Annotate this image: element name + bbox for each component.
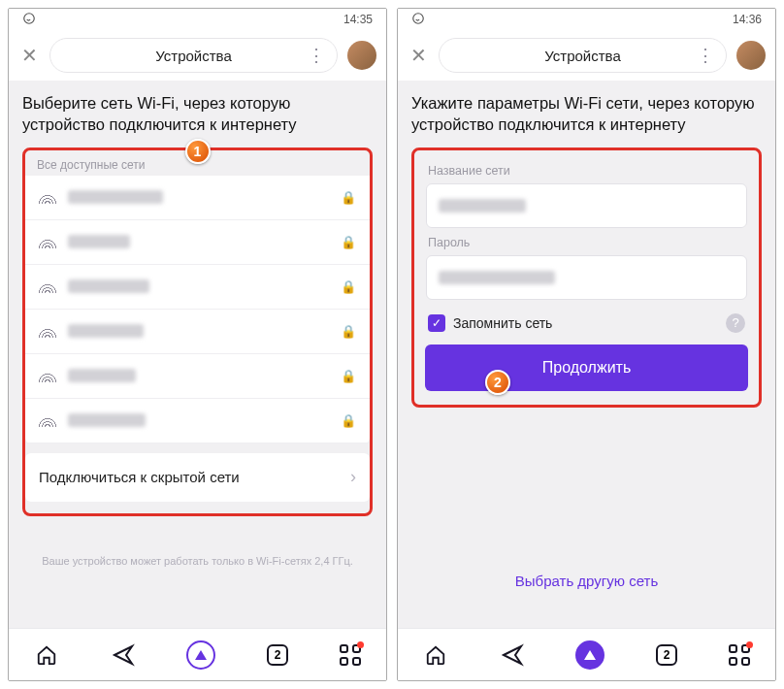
heading: Выберите сеть Wi-Fi, через которую устро…	[22, 92, 373, 136]
chevron-right-icon: ›	[350, 467, 356, 487]
statusbar: 14:36	[398, 9, 775, 30]
nav-send-icon[interactable]	[500, 642, 525, 668]
avatar[interactable]	[736, 41, 766, 70]
header: ✕ Устройства ⋮	[9, 30, 386, 81]
hidden-network-row[interactable]: Подключиться к скрытой сети ›	[25, 453, 370, 502]
wifi-ssid-blurred	[68, 235, 130, 248]
heading: Укажите параметры Wi-Fi сети, через кото…	[411, 92, 762, 136]
page-title: Устройства	[544, 48, 620, 64]
wifi-ssid-blurred	[68, 279, 149, 293]
lock-icon: 🔒	[341, 190, 356, 205]
wifi-list: 🔒🔒🔒🔒🔒🔒	[25, 176, 370, 443]
wifi-row[interactable]: 🔒	[25, 176, 370, 220]
wifi-icon	[39, 235, 56, 248]
footnote: Ваше устройство может работать только в …	[22, 516, 373, 567]
wifi-icon	[39, 324, 56, 338]
wifi-ssid-blurred	[68, 324, 144, 338]
statusbar: 14:35	[9, 9, 386, 30]
wifi-ssid-blurred	[68, 190, 163, 204]
wifi-ssid-blurred	[68, 369, 136, 382]
wifi-row[interactable]: 🔒	[25, 220, 370, 265]
page-title: Устройства	[155, 48, 231, 64]
nav-alice-icon[interactable]	[575, 640, 604, 670]
nav-tabs-icon[interactable]: 2	[267, 644, 288, 666]
bottom-nav: 2	[9, 628, 386, 680]
whatsapp-icon	[411, 12, 425, 28]
checkbox-checked-icon[interactable]: ✓	[428, 314, 445, 332]
lock-icon: 🔒	[341, 235, 356, 249]
wifi-ssid-blurred	[68, 413, 146, 427]
phone-left: 14:35 ✕ Устройства ⋮ Выберите сеть Wi-Fi…	[8, 8, 387, 681]
close-icon[interactable]: ✕	[18, 44, 40, 67]
choose-other-network-link[interactable]: Выбрать другую сеть	[411, 573, 762, 589]
wifi-icon	[39, 369, 56, 382]
wifi-row[interactable]: 🔒	[25, 265, 370, 310]
wifi-row[interactable]: 🔒	[25, 354, 370, 399]
content: Выберите сеть Wi-Fi, через которую устро…	[9, 81, 386, 628]
pwd-value-blurred	[439, 271, 555, 284]
wifi-icon	[39, 413, 56, 427]
content: Укажите параметры Wi-Fi сети, через кото…	[398, 81, 775, 628]
remember-row[interactable]: ✓ Запомнить сеть ?	[428, 313, 745, 333]
lock-icon: 🔒	[341, 324, 356, 339]
wifi-row[interactable]: 🔒	[25, 399, 370, 443]
nav-home-icon[interactable]	[423, 642, 448, 668]
status-time: 14:36	[733, 13, 762, 26]
lock-icon: 🔒	[341, 279, 356, 294]
avatar[interactable]	[347, 41, 376, 70]
whatsapp-icon	[22, 12, 36, 28]
status-time: 14:35	[343, 13, 373, 26]
wifi-panel: 1 Все доступные сети 🔒🔒🔒🔒🔒🔒 Подключиться…	[22, 148, 373, 516]
ssid-input[interactable]	[426, 183, 747, 228]
ssid-label: Название сети	[428, 164, 745, 178]
step-badge-2: 2	[485, 370, 510, 395]
wifi-row[interactable]: 🔒	[25, 310, 370, 354]
bottom-nav: 2	[398, 628, 775, 680]
pwd-input[interactable]	[426, 255, 747, 300]
title-pill[interactable]: Устройства ⋮	[439, 38, 727, 73]
nav-apps-icon[interactable]	[729, 644, 750, 666]
ssid-value-blurred	[439, 199, 526, 213]
close-icon[interactable]: ✕	[408, 44, 429, 67]
hidden-network-label: Подключиться к скрытой сети	[39, 469, 240, 485]
nav-tabs-icon[interactable]: 2	[656, 644, 677, 666]
help-icon[interactable]: ?	[726, 313, 745, 333]
nav-send-icon[interactable]	[111, 642, 136, 668]
pwd-label: Пароль	[428, 236, 745, 249]
title-pill[interactable]: Устройства ⋮	[49, 38, 338, 73]
wifi-icon	[39, 190, 56, 204]
lock-icon: 🔒	[341, 369, 356, 383]
form-panel: Название сети Пароль ✓ Запомнить сеть ? …	[411, 148, 762, 408]
nav-home-icon[interactable]	[34, 642, 59, 668]
step-badge-1: 1	[185, 139, 211, 164]
header: ✕ Устройства ⋮	[398, 30, 775, 81]
nav-apps-icon[interactable]	[340, 644, 361, 666]
svg-point-0	[24, 13, 35, 23]
lock-icon: 🔒	[341, 413, 356, 428]
svg-point-1	[413, 13, 424, 23]
wifi-icon	[39, 279, 56, 293]
nav-alice-icon[interactable]	[186, 640, 215, 670]
phone-right: 14:36 ✕ Устройства ⋮ Укажите параметры W…	[397, 8, 776, 681]
remember-label: Запомнить сеть	[453, 315, 552, 331]
continue-button[interactable]: Продолжить 2	[425, 344, 748, 391]
